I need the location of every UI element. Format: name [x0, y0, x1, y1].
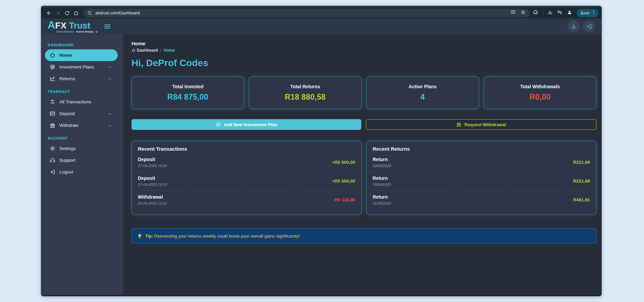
kebab-menu-icon[interactable] [591, 10, 596, 16]
profile-avatar-icon[interactable] [567, 10, 572, 16]
back-icon[interactable] [44, 8, 53, 17]
return-date: 03/05/2025 [373, 183, 391, 187]
browser-error-badge[interactable]: Error [577, 9, 598, 17]
main-content: Home Dashboard / Home Hi, DeProf Codes T… [123, 35, 602, 295]
sidebar-section-transact: TRANSACT [48, 90, 123, 94]
sidebar-item-home[interactable]: Home [45, 49, 118, 61]
url-text[interactable]: afxtrust.com/Dashboard [95, 11, 140, 15]
swap-arrows-icon [50, 99, 55, 105]
sidebar-item-settings[interactable]: Settings [45, 143, 118, 154]
gear-icon [50, 146, 55, 151]
breadcrumb-home[interactable]: Home [164, 48, 175, 53]
extensions-icon[interactable] [533, 10, 538, 16]
window-bottom-strip [41, 295, 602, 296]
hamburger-menu-icon[interactable] [103, 22, 111, 31]
tip-text: Tip:Reinvesting your returns weekly coul… [145, 234, 300, 239]
tip-label: Tip: [145, 234, 153, 239]
sidebar-item-label: All Transactions [59, 99, 91, 104]
sidebar-item-label: Withdraw [59, 123, 78, 128]
logo-text-trust: Trust [69, 21, 91, 30]
transaction-amount: +R5 500,00 [332, 179, 355, 184]
home-icon [131, 48, 136, 52]
layers-icon [50, 64, 55, 70]
credit-card-icon [50, 111, 55, 116]
sidebar-item-all-transactions[interactable]: All Transactions [45, 96, 118, 108]
request-withdrawal-button[interactable]: Request Withdrawal [366, 119, 596, 130]
stat-card-total-returns: Total Returns R18 880,58 [249, 77, 362, 109]
chevron-down-icon [108, 123, 112, 128]
return-row: Return 03/05/2025 R221,89 [373, 153, 590, 172]
logo-tagline-1: Grow Smarter. [56, 31, 75, 33]
stat-value: R0,00 [530, 93, 551, 102]
reading-list-icon[interactable] [557, 10, 562, 16]
logout-icon [50, 169, 55, 175]
stat-card-total-withdrawals: Total Withdrawals R0,00 [484, 77, 596, 109]
logo-tagline-2: Invest Simply. [76, 31, 94, 33]
sidebar-item-label: Logout [59, 169, 73, 174]
recent-returns-panel: Recent Returns Return 03/05/2025 R221,89… [366, 141, 596, 215]
plus-circle-icon [216, 122, 221, 127]
stat-card-total-invested: Total Invested R84 875,00 [131, 77, 244, 109]
transaction-amount: +R5 500,00 [332, 160, 355, 165]
return-type: Return [373, 194, 391, 200]
return-amount: R481,91 [573, 197, 590, 202]
browser-home-icon[interactable] [71, 8, 80, 17]
reload-icon[interactable] [62, 8, 71, 17]
return-row: Return 01/05/2025 R481,91 [373, 191, 590, 209]
sidebar-item-logout[interactable]: Logout [45, 166, 118, 178]
return-type: Return [373, 157, 391, 162]
return-date: 01/05/2025 [373, 201, 391, 205]
url-bar[interactable]: afxtrust.com/Dashboard [83, 9, 530, 17]
return-amount: R221,89 [573, 179, 590, 184]
forward-icon[interactable] [53, 8, 62, 17]
sidebar-item-returns[interactable]: Returns [45, 73, 118, 85]
panels-row: Recent Transactions Deposit 27-04-2025 1… [131, 141, 596, 215]
app-header: A FX Trust Grow Smarter. Invest Simply. [41, 18, 602, 35]
site-settings-icon[interactable] [87, 10, 92, 15]
panel-title: Recent Returns [373, 146, 590, 152]
greeting-text: Hi, DeProf Codes [131, 58, 596, 68]
downloads-icon[interactable] [547, 10, 553, 16]
return-date: 03/05/2025 [373, 164, 391, 168]
sidebar-item-label: Settings [59, 146, 76, 151]
transaction-type: Deposit [138, 157, 167, 162]
panel-title: Recent Transactions [138, 146, 355, 152]
logo-text-fx: FX [55, 21, 66, 30]
chart-line-icon [50, 76, 55, 82]
sidebar-item-support[interactable]: Support [45, 154, 118, 166]
afx-trust-logo[interactable]: A FX Trust Grow Smarter. Invest Simply. [48, 20, 98, 33]
chevron-down-icon [108, 77, 112, 81]
sidebar-item-label: Home [59, 53, 72, 58]
breadcrumb-dashboard[interactable]: Dashboard [131, 48, 158, 53]
stat-card-active-plans: Active Plans 4 [366, 77, 479, 109]
stat-value: 4 [420, 93, 425, 102]
transaction-type: Deposit [138, 175, 167, 181]
header-logout-button[interactable] [583, 20, 595, 33]
header-download-button[interactable] [568, 20, 580, 33]
sidebar-item-withdraw[interactable]: Withdraw [45, 119, 118, 131]
breadcrumb-separator: / [160, 48, 161, 53]
sidebar: DASHBOARD Home Investment Plans Returns … [41, 35, 123, 295]
browser-toolbar: afxtrust.com/Dashboard [41, 7, 602, 18]
globe-icon [95, 31, 98, 33]
stat-value: R18 880,58 [285, 93, 326, 102]
error-badge-label: Error [581, 11, 589, 15]
sidebar-section-account: ACCOUNT [48, 136, 123, 140]
sidebar-item-label: Investment Plans [59, 64, 94, 69]
lightbulb-icon [137, 234, 142, 239]
stats-row: Total Invested R84 875,00 Total Returns … [131, 77, 596, 109]
sidebar-item-investment-plans[interactable]: Investment Plans [45, 61, 118, 73]
return-amount: R221,89 [573, 160, 590, 165]
install-app-icon[interactable] [511, 10, 516, 16]
sidebar-item-deposit[interactable]: Deposit [45, 108, 118, 119]
return-type: Return [373, 175, 391, 181]
bookmark-star-icon[interactable] [521, 10, 526, 16]
sidebar-item-label: Deposit [59, 111, 75, 116]
return-row: Return 03/05/2025 R221,89 [373, 172, 590, 191]
stat-label: Active Plans [409, 84, 436, 89]
add-investment-plan-button[interactable]: Add New Investment Plan [131, 119, 361, 130]
browser-window: afxtrust.com/Dashboard [41, 6, 602, 296]
transaction-amount: -R9 132,86 [333, 197, 355, 202]
bank-icon [50, 122, 55, 128]
transaction-row: Withdrawal 03-04-2025 11:51 -R9 132,86 [138, 191, 355, 209]
